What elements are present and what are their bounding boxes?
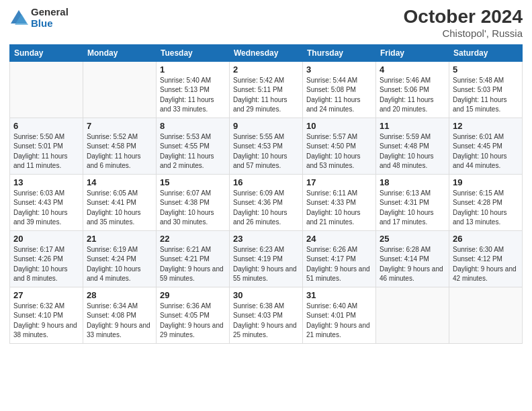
calendar-cell-w1-d5: 3Sunrise: 5:44 AM Sunset: 5:08 PM Daylig… — [303, 61, 376, 118]
day-info: Sunrise: 5:53 AM Sunset: 4:55 PM Dayligh… — [160, 132, 226, 171]
calendar-cell-w5-d1: 27Sunrise: 6:32 AM Sunset: 4:10 PM Dayli… — [10, 287, 83, 343]
day-info: Sunrise: 6:11 AM Sunset: 4:33 PM Dayligh… — [306, 189, 372, 228]
day-info: Sunrise: 5:55 AM Sunset: 4:53 PM Dayligh… — [233, 132, 299, 171]
col-saturday: Saturday — [449, 44, 523, 61]
calendar-cell-w3-d7: 19Sunrise: 6:15 AM Sunset: 4:28 PM Dayli… — [449, 174, 523, 230]
day-number: 5 — [453, 64, 519, 75]
day-number: 12 — [453, 121, 519, 131]
day-number: 31 — [306, 290, 372, 300]
day-number: 15 — [160, 177, 226, 187]
day-info: Sunrise: 6:15 AM Sunset: 4:28 PM Dayligh… — [453, 189, 519, 228]
day-info: Sunrise: 5:52 AM Sunset: 4:58 PM Dayligh… — [87, 132, 152, 171]
calendar-cell-w3-d6: 18Sunrise: 6:13 AM Sunset: 4:31 PM Dayli… — [376, 174, 449, 230]
day-number: 1 — [160, 64, 226, 75]
calendar-cell-w1-d6: 4Sunrise: 5:46 AM Sunset: 5:06 PM Daylig… — [376, 61, 449, 118]
calendar-cell-w5-d3: 29Sunrise: 6:36 AM Sunset: 4:05 PM Dayli… — [157, 287, 230, 343]
day-number: 28 — [87, 290, 152, 300]
day-info: Sunrise: 6:21 AM Sunset: 4:21 PM Dayligh… — [160, 245, 226, 284]
calendar-week-2: 6Sunrise: 5:50 AM Sunset: 5:01 PM Daylig… — [10, 118, 523, 174]
day-info: Sunrise: 5:57 AM Sunset: 4:50 PM Dayligh… — [306, 132, 372, 171]
calendar-cell-w4-d4: 23Sunrise: 6:23 AM Sunset: 4:19 PM Dayli… — [230, 230, 303, 287]
day-number: 20 — [13, 234, 79, 244]
day-number: 21 — [87, 234, 152, 244]
day-number: 3 — [306, 64, 372, 75]
logo-text: General Blue — [31, 7, 69, 29]
calendar-cell-w1-d7: 5Sunrise: 5:48 AM Sunset: 5:03 PM Daylig… — [449, 61, 523, 118]
day-info: Sunrise: 6:34 AM Sunset: 4:08 PM Dayligh… — [87, 302, 152, 340]
day-number: 10 — [306, 121, 372, 131]
col-tuesday: Tuesday — [157, 44, 230, 61]
calendar-cell-w3-d3: 15Sunrise: 6:07 AM Sunset: 4:38 PM Dayli… — [157, 174, 230, 230]
day-info: Sunrise: 6:07 AM Sunset: 4:38 PM Dayligh… — [160, 189, 226, 228]
day-info: Sunrise: 6:26 AM Sunset: 4:17 PM Dayligh… — [306, 245, 372, 284]
day-info: Sunrise: 6:09 AM Sunset: 4:36 PM Dayligh… — [233, 189, 299, 228]
day-info: Sunrise: 5:50 AM Sunset: 5:01 PM Dayligh… — [13, 132, 79, 171]
calendar-cell-w4-d6: 25Sunrise: 6:28 AM Sunset: 4:14 PM Dayli… — [376, 230, 449, 287]
calendar-week-3: 13Sunrise: 6:03 AM Sunset: 4:43 PM Dayli… — [10, 174, 523, 230]
day-info: Sunrise: 5:44 AM Sunset: 5:08 PM Dayligh… — [306, 76, 372, 115]
day-info: Sunrise: 6:38 AM Sunset: 4:03 PM Dayligh… — [233, 302, 299, 340]
col-thursday: Thursday — [303, 44, 376, 61]
calendar-header-row: Sunday Monday Tuesday Wednesday Thursday… — [10, 44, 523, 61]
calendar-table: Sunday Monday Tuesday Wednesday Thursday… — [9, 44, 523, 344]
day-number: 4 — [380, 64, 445, 75]
day-number: 11 — [380, 121, 445, 131]
col-wednesday: Wednesday — [230, 44, 303, 61]
calendar-cell-w5-d4: 30Sunrise: 6:38 AM Sunset: 4:03 PM Dayli… — [230, 287, 303, 343]
day-number: 19 — [453, 177, 519, 187]
title-block: October 2024 Chistopol', Russia — [404, 7, 523, 39]
title-month: October 2024 — [404, 7, 523, 28]
header: General Blue October 2024 Chistopol', Ru… — [9, 7, 523, 39]
calendar-cell-w5-d5: 31Sunrise: 6:40 AM Sunset: 4:01 PM Dayli… — [303, 287, 376, 343]
col-friday: Friday — [376, 44, 449, 61]
calendar-cell-w3-d5: 17Sunrise: 6:11 AM Sunset: 4:33 PM Dayli… — [303, 174, 376, 230]
day-number: 25 — [380, 234, 445, 244]
calendar-week-4: 20Sunrise: 6:17 AM Sunset: 4:26 PM Dayli… — [10, 230, 523, 287]
day-number: 14 — [87, 177, 152, 187]
day-info: Sunrise: 6:36 AM Sunset: 4:05 PM Dayligh… — [160, 302, 226, 340]
day-info: Sunrise: 5:48 AM Sunset: 5:03 PM Dayligh… — [453, 76, 519, 115]
calendar-cell-w4-d2: 21Sunrise: 6:19 AM Sunset: 4:24 PM Dayli… — [83, 230, 157, 287]
day-info: Sunrise: 5:59 AM Sunset: 4:48 PM Dayligh… — [380, 132, 445, 171]
col-sunday: Sunday — [10, 44, 83, 61]
calendar-cell-w5-d7 — [449, 287, 523, 343]
day-number: 17 — [306, 177, 372, 187]
calendar-cell-w3-d4: 16Sunrise: 6:09 AM Sunset: 4:36 PM Dayli… — [230, 174, 303, 230]
day-number: 16 — [233, 177, 299, 187]
day-number: 27 — [13, 290, 79, 300]
day-info: Sunrise: 6:03 AM Sunset: 4:43 PM Dayligh… — [13, 189, 79, 228]
calendar-cell-w5-d6 — [376, 287, 449, 343]
calendar-cell-w2-d3: 8Sunrise: 5:53 AM Sunset: 4:55 PM Daylig… — [157, 118, 230, 174]
title-location: Chistopol', Russia — [404, 28, 523, 39]
calendar-cell-w1-d3: 1Sunrise: 5:40 AM Sunset: 5:13 PM Daylig… — [157, 61, 230, 118]
day-info: Sunrise: 6:30 AM Sunset: 4:12 PM Dayligh… — [453, 245, 519, 284]
col-monday: Monday — [83, 44, 157, 61]
day-number: 9 — [233, 121, 299, 131]
calendar-week-5: 27Sunrise: 6:32 AM Sunset: 4:10 PM Dayli… — [10, 287, 523, 343]
day-info: Sunrise: 6:13 AM Sunset: 4:31 PM Dayligh… — [380, 189, 445, 228]
calendar-cell-w3-d1: 13Sunrise: 6:03 AM Sunset: 4:43 PM Dayli… — [10, 174, 83, 230]
day-info: Sunrise: 6:01 AM Sunset: 4:45 PM Dayligh… — [453, 132, 519, 171]
calendar-cell-w2-d4: 9Sunrise: 5:55 AM Sunset: 4:53 PM Daylig… — [230, 118, 303, 174]
day-info: Sunrise: 5:42 AM Sunset: 5:11 PM Dayligh… — [233, 76, 299, 115]
day-number: 7 — [87, 121, 152, 131]
day-number: 6 — [13, 121, 79, 131]
day-number: 29 — [160, 290, 226, 300]
day-info: Sunrise: 6:23 AM Sunset: 4:19 PM Dayligh… — [233, 245, 299, 284]
calendar-cell-w2-d6: 11Sunrise: 5:59 AM Sunset: 4:48 PM Dayli… — [376, 118, 449, 174]
day-info: Sunrise: 6:05 AM Sunset: 4:41 PM Dayligh… — [87, 189, 152, 228]
day-number: 26 — [453, 234, 519, 244]
day-number: 8 — [160, 121, 226, 131]
day-number: 23 — [233, 234, 299, 244]
calendar-cell-w2-d5: 10Sunrise: 5:57 AM Sunset: 4:50 PM Dayli… — [303, 118, 376, 174]
calendar-cell-w2-d2: 7Sunrise: 5:52 AM Sunset: 4:58 PM Daylig… — [83, 118, 157, 174]
day-info: Sunrise: 6:40 AM Sunset: 4:01 PM Dayligh… — [306, 302, 372, 340]
calendar-cell-w4-d3: 22Sunrise: 6:21 AM Sunset: 4:21 PM Dayli… — [157, 230, 230, 287]
calendar-week-1: 1Sunrise: 5:40 AM Sunset: 5:13 PM Daylig… — [10, 61, 523, 118]
calendar-cell-w2-d7: 12Sunrise: 6:01 AM Sunset: 4:45 PM Dayli… — [449, 118, 523, 174]
calendar-cell-w4-d7: 26Sunrise: 6:30 AM Sunset: 4:12 PM Dayli… — [449, 230, 523, 287]
day-info: Sunrise: 5:46 AM Sunset: 5:06 PM Dayligh… — [380, 76, 445, 115]
calendar-cell-w2-d1: 6Sunrise: 5:50 AM Sunset: 5:01 PM Daylig… — [10, 118, 83, 174]
logo-blue: Blue — [31, 18, 69, 30]
day-number: 13 — [13, 177, 79, 187]
